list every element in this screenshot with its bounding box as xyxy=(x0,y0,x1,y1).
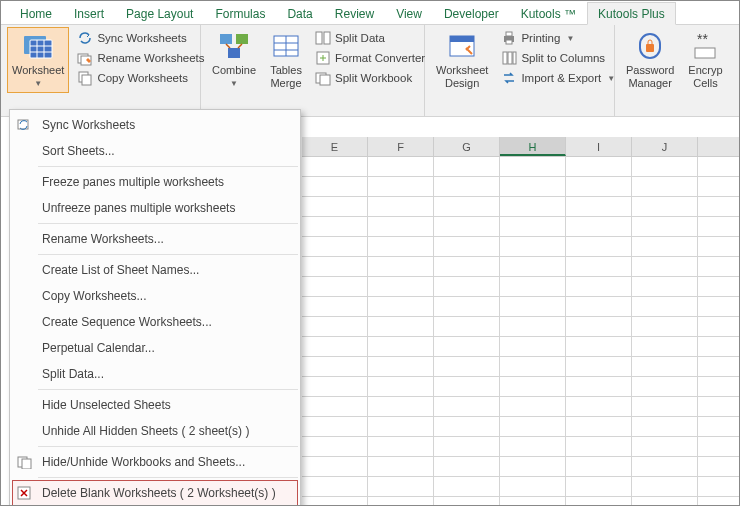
cell[interactable] xyxy=(302,177,368,196)
cell[interactable] xyxy=(434,477,500,496)
cell[interactable] xyxy=(368,497,434,506)
cell[interactable] xyxy=(566,377,632,396)
import-export-button[interactable]: Import & Export ▼ xyxy=(497,69,619,87)
worksheet-design-button[interactable]: Worksheet Design xyxy=(431,27,493,93)
sync-worksheets-button[interactable]: Sync Worksheets xyxy=(73,29,208,47)
rename-worksheets-button[interactable]: Rename Worksheets xyxy=(73,49,208,67)
password-manager-button[interactable]: Password Manager xyxy=(621,27,679,93)
cell[interactable] xyxy=(368,197,434,216)
cell[interactable] xyxy=(500,157,566,176)
cell[interactable] xyxy=(302,237,368,256)
cell[interactable] xyxy=(302,357,368,376)
grid-row[interactable] xyxy=(302,277,739,297)
cell[interactable] xyxy=(368,257,434,276)
cell[interactable] xyxy=(500,277,566,296)
cell[interactable] xyxy=(566,477,632,496)
cell[interactable] xyxy=(566,257,632,276)
cell[interactable] xyxy=(302,377,368,396)
cell[interactable] xyxy=(500,197,566,216)
grid-row[interactable] xyxy=(302,197,739,217)
menu-item-unhide-all-hidden-sheets-sheet-s[interactable]: Unhide All Hidden Sheets ( 2 sheet(s) ) xyxy=(12,418,298,444)
cell[interactable] xyxy=(368,337,434,356)
cell[interactable] xyxy=(302,317,368,336)
column-header-H[interactable]: H xyxy=(500,137,566,156)
cell[interactable] xyxy=(302,337,368,356)
column-header-G[interactable]: G xyxy=(434,137,500,156)
cell[interactable] xyxy=(368,377,434,396)
tables-merge-button[interactable]: Tables Merge xyxy=(265,27,307,93)
menu-item-rename-worksheets[interactable]: Rename Worksheets... xyxy=(12,226,298,252)
grid-row[interactable] xyxy=(302,257,739,277)
menu-item-hide-unselected-sheets[interactable]: Hide Unselected Sheets xyxy=(12,392,298,418)
cell[interactable] xyxy=(302,217,368,236)
cell[interactable] xyxy=(368,417,434,436)
cell[interactable] xyxy=(566,457,632,476)
tab-developer[interactable]: Developer xyxy=(433,2,510,24)
tab-review[interactable]: Review xyxy=(324,2,385,24)
cell[interactable] xyxy=(566,277,632,296)
grid-row[interactable] xyxy=(302,357,739,377)
cell[interactable] xyxy=(500,357,566,376)
cell[interactable] xyxy=(632,417,698,436)
cell[interactable] xyxy=(302,277,368,296)
grid-row[interactable] xyxy=(302,497,739,506)
cell[interactable] xyxy=(500,457,566,476)
cell[interactable] xyxy=(434,437,500,456)
split-workbook-button[interactable]: Split Workbook xyxy=(311,69,429,87)
cell[interactable] xyxy=(500,437,566,456)
cell[interactable] xyxy=(566,157,632,176)
tab-insert[interactable]: Insert xyxy=(63,2,115,24)
cell[interactable] xyxy=(434,177,500,196)
cell[interactable] xyxy=(566,417,632,436)
grid-row[interactable] xyxy=(302,457,739,477)
cell[interactable] xyxy=(302,397,368,416)
tab-formulas[interactable]: Formulas xyxy=(204,2,276,24)
cell[interactable] xyxy=(566,297,632,316)
menu-item-sort-sheets[interactable]: Sort Sheets... xyxy=(12,138,298,164)
cell[interactable] xyxy=(434,157,500,176)
cell[interactable] xyxy=(434,377,500,396)
column-headers[interactable]: EFGHIJ xyxy=(302,137,739,157)
column-header-F[interactable]: F xyxy=(368,137,434,156)
grid-row[interactable] xyxy=(302,417,739,437)
cell[interactable] xyxy=(500,377,566,396)
format-converter-button[interactable]: Format Converter xyxy=(311,49,429,67)
cell[interactable] xyxy=(566,397,632,416)
menu-item-freeze-panes-multiple-worksheets[interactable]: Freeze panes multiple worksheets xyxy=(12,169,298,195)
cell[interactable] xyxy=(500,317,566,336)
grid-row[interactable] xyxy=(302,397,739,417)
cell[interactable] xyxy=(434,457,500,476)
cell[interactable] xyxy=(368,177,434,196)
grid-row[interactable] xyxy=(302,377,739,397)
cell[interactable] xyxy=(566,497,632,506)
grid-row[interactable] xyxy=(302,437,739,457)
cell[interactable] xyxy=(632,377,698,396)
cell[interactable] xyxy=(632,237,698,256)
grid-row[interactable] xyxy=(302,477,739,497)
cell[interactable] xyxy=(434,277,500,296)
menu-item-unfreeze-panes-multiple-worksheets[interactable]: Unfreeze panes multiple worksheets xyxy=(12,195,298,221)
cell[interactable] xyxy=(368,297,434,316)
grid-row[interactable] xyxy=(302,217,739,237)
cell[interactable] xyxy=(368,317,434,336)
cell[interactable] xyxy=(566,197,632,216)
cell[interactable] xyxy=(500,477,566,496)
cell[interactable] xyxy=(632,177,698,196)
split-data-button[interactable]: Split Data xyxy=(311,29,429,47)
cell[interactable] xyxy=(632,497,698,506)
cell[interactable] xyxy=(302,477,368,496)
cell[interactable] xyxy=(302,297,368,316)
cell[interactable] xyxy=(632,337,698,356)
cell[interactable] xyxy=(368,437,434,456)
cell[interactable] xyxy=(632,437,698,456)
cell[interactable] xyxy=(566,317,632,336)
cell[interactable] xyxy=(302,457,368,476)
menu-item-delete-blank-worksheets-worksheet-s[interactable]: Delete Blank Worksheets ( 2 Worksheet(s)… xyxy=(12,480,298,506)
menu-item-hide-unhide-workbooks-and-sheets[interactable]: Hide/Unhide Workbooks and Sheets... xyxy=(12,449,298,475)
worksheet-dropdown-button[interactable]: Worksheet ▼ xyxy=(7,27,69,93)
cell[interactable] xyxy=(302,497,368,506)
menu-item-sync-worksheets[interactable]: Sync Worksheets xyxy=(12,112,298,138)
cell[interactable] xyxy=(632,457,698,476)
tab-page-layout[interactable]: Page Layout xyxy=(115,2,204,24)
cell[interactable] xyxy=(434,257,500,276)
